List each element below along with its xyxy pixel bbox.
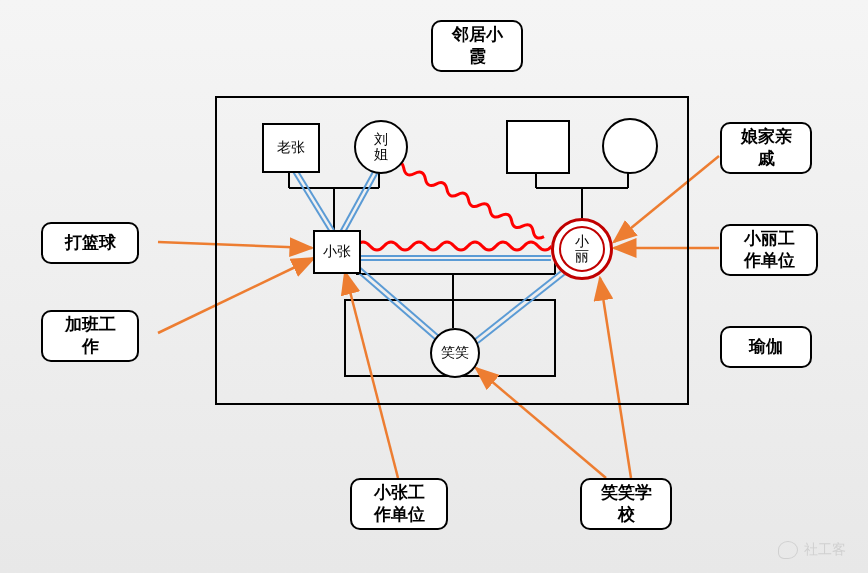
person-wife-identified-client: 小 丽 (551, 218, 613, 280)
person-child: 笑笑 (430, 328, 480, 378)
ext-wife-workplace: 小丽工 作单位 (720, 224, 818, 276)
ext-child-school: 笑笑学 校 (580, 478, 672, 530)
watermark-text: 社工客 (804, 541, 846, 559)
ext-neighbor: 邻居小 霞 (431, 20, 523, 72)
ext-basketball: 打篮球 (41, 222, 139, 264)
chat-bubble-icon (778, 541, 798, 559)
person-grandmother-right (602, 118, 658, 174)
person-grandfather-left: 老张 (262, 123, 320, 173)
person-grandfather-right (506, 120, 570, 174)
person-grandmother-left: 刘 姐 (354, 120, 408, 174)
person-wife-label: 小 丽 (575, 234, 589, 265)
ext-yoga: 瑜伽 (720, 326, 812, 368)
ext-overtime: 加班工 作 (41, 310, 139, 362)
person-husband: 小张 (313, 230, 361, 274)
watermark: 社工客 (778, 541, 846, 559)
ext-relatives: 娘家亲 戚 (720, 122, 812, 174)
ext-husband-workplace: 小张工 作单位 (350, 478, 448, 530)
